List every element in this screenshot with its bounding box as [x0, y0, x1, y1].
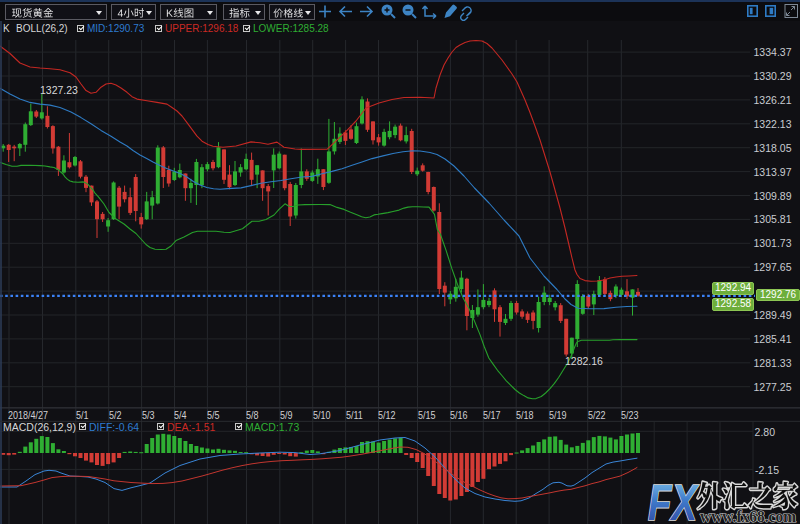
svg-text:www.fx68.com: www.fx68.com — [700, 507, 796, 524]
svg-text:FX: FX — [648, 475, 699, 524]
